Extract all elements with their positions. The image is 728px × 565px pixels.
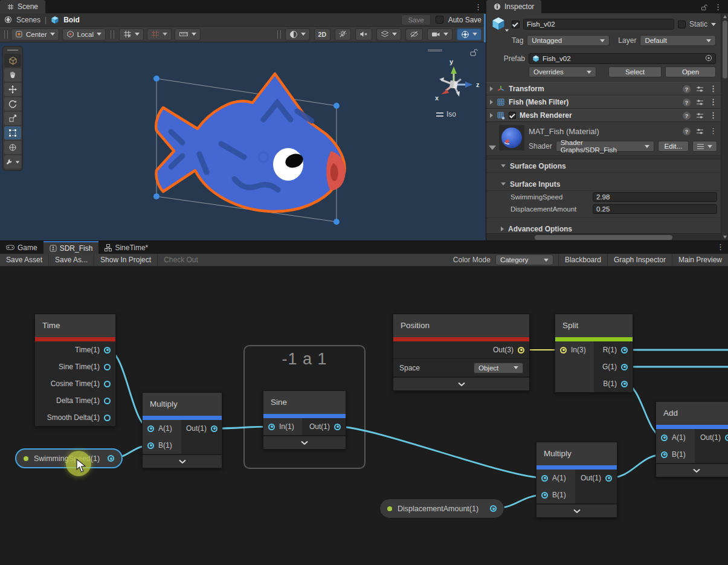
help-icon[interactable]: ?	[683, 112, 691, 120]
move-tool-button[interactable]	[4, 83, 21, 96]
projection-mode[interactable]: Iso	[436, 110, 456, 118]
component-mesh-filter[interactable]: Fish (Mesh Filter) ? ⋮	[486, 95, 721, 109]
port-A(1)[interactable]	[147, 425, 154, 432]
renderer-enabled-checkbox[interactable]	[509, 112, 516, 119]
blackboard-button[interactable]: Blackboard	[558, 254, 607, 266]
axis-y-label[interactable]: y	[449, 58, 453, 65]
port-Out(1)[interactable]	[725, 434, 728, 441]
component-transform[interactable]: Transform ? ⋮	[486, 82, 721, 95]
transform-tool-button[interactable]	[4, 141, 21, 154]
2d-toggle-button[interactable]: 2D	[314, 28, 330, 40]
presets-icon[interactable]	[696, 86, 704, 92]
property-pill-pill_disp[interactable]: DisplacementAmount(1)	[379, 499, 504, 518]
port-R(1)[interactable]	[621, 347, 628, 354]
graph-node-multiply1[interactable]: MultiplyA(1)B(1)Out(1)	[142, 392, 222, 468]
material-menu-icon[interactable]: ⋮	[709, 125, 717, 137]
orientation-gizmo[interactable]: y z x Iso	[419, 47, 482, 120]
port-In(1)[interactable]	[268, 424, 275, 430]
color-mode-dropdown[interactable]: Category	[495, 254, 553, 265]
target-picker-icon[interactable]	[705, 54, 712, 62]
select-button[interactable]: Select	[608, 66, 662, 77]
port-B(1)[interactable]	[541, 492, 548, 499]
inspector-horizontal-scrollbar[interactable]	[486, 233, 721, 241]
scene-visibility-button[interactable]	[405, 28, 423, 40]
node-collapse-chevron[interactable]	[143, 454, 222, 468]
graph-menu-icon[interactable]: ⋮	[713, 241, 728, 254]
material-preview-sphere[interactable]	[499, 125, 524, 150]
port-In(3)[interactable]	[560, 347, 567, 354]
port-B(1)[interactable]	[147, 442, 154, 449]
scene-menu-icon[interactable]: ⋮	[471, 1, 486, 13]
graph-node-multiply2[interactable]: MultiplyA(1)B(1)Out(1)	[536, 442, 617, 518]
node-collapse-chevron[interactable]	[656, 463, 728, 477]
static-dropdown-caret[interactable]	[711, 23, 716, 26]
material-foldout-arrow[interactable]	[489, 146, 496, 150]
overrides-dropdown[interactable]: Overrides	[529, 66, 596, 77]
tools-drag-handle[interactable]	[7, 50, 18, 51]
scale-tool-button[interactable]	[4, 112, 21, 125]
port-G(1)[interactable]	[621, 364, 628, 370]
main-preview-button[interactable]: Main Preview	[672, 254, 728, 266]
tag-dropdown[interactable]: Untagged	[527, 35, 610, 46]
port-Smooth Delta(1)[interactable]	[104, 415, 111, 421]
port-B(1)[interactable]	[661, 451, 668, 458]
material-list-button[interactable]	[692, 141, 717, 152]
component-menu-icon[interactable]: ⋮	[709, 109, 717, 121]
component-menu-icon[interactable]: ⋮	[709, 96, 717, 108]
breadcrumb-current[interactable]: Boid	[63, 16, 80, 24]
tab-game[interactable]: Game	[0, 241, 43, 254]
save-button[interactable]: Save	[401, 15, 430, 25]
scene-lighting-button[interactable]	[335, 28, 351, 40]
axis-x-label[interactable]: x	[435, 94, 439, 102]
toolbar-drag-handle[interactable]	[4, 30, 8, 39]
graph-node-split[interactable]: SplitIn(3)R(1)G(1)B(1)	[555, 314, 633, 393]
show-in-project-button[interactable]: Show In Project	[94, 254, 158, 266]
port-Cosine Time(1)[interactable]	[104, 381, 111, 387]
gizmos-toggle-button[interactable]	[457, 28, 482, 40]
scene-audio-button[interactable]	[355, 28, 372, 40]
graph-node-time[interactable]: TimeTime(1)Sine Time(1)Cosine Time(1)Del…	[34, 314, 116, 427]
component-menu-icon[interactable]: ⋮	[709, 83, 717, 95]
presets-icon[interactable]	[696, 112, 704, 119]
port-A(1)[interactable]	[661, 434, 668, 441]
tab-inspector[interactable]: Inspector	[486, 0, 541, 13]
graph-node-sine[interactable]: SineIn(1)Out(1)	[263, 390, 346, 450]
save-asset-button[interactable]: Save Asset	[0, 254, 49, 266]
tab-scene[interactable]: Scene	[0, 0, 45, 13]
node-collapse-chevron[interactable]	[536, 503, 617, 517]
port-Out(1)[interactable]	[605, 475, 612, 482]
shading-mode-button[interactable]	[285, 28, 310, 40]
check-out-button[interactable]: Check Out	[158, 254, 204, 266]
surface-inputs-foldout[interactable]: Surface Inputs	[486, 178, 721, 191]
auto-save-checkbox[interactable]	[436, 16, 443, 24]
view-tool-button[interactable]	[4, 54, 21, 67]
tab-sinetime[interactable]: SineTime*	[98, 241, 154, 254]
inspector-vertical-scrollbar[interactable]	[721, 13, 728, 241]
gameobject-name-input[interactable]	[527, 21, 671, 28]
orientation-button[interactable]: Local	[62, 28, 106, 40]
increment-snap-button[interactable]	[147, 28, 172, 40]
port-Out(1)[interactable]	[211, 425, 217, 432]
foldout-arrow[interactable]	[490, 113, 493, 118]
grid-snap-button[interactable]	[119, 28, 144, 40]
move-snap-button[interactable]	[175, 28, 201, 40]
port-Sine Time(1)[interactable]	[104, 364, 111, 370]
scene-viewport[interactable]: y z x Iso	[0, 42, 486, 241]
help-icon[interactable]: ?	[683, 98, 691, 106]
graph-inspector-button[interactable]: Graph Inspector	[607, 254, 672, 266]
foldout-arrow[interactable]	[490, 86, 493, 91]
port-B(1)[interactable]	[621, 381, 628, 387]
graph-node-position[interactable]: PositionOut(3)SpaceObject	[393, 314, 530, 391]
scene-effects-button[interactable]	[376, 28, 401, 40]
component-mesh-renderer[interactable]: Mesh Renderer ? ⋮	[486, 109, 721, 122]
help-icon[interactable]: ?	[683, 85, 691, 93]
breadcrumb-root[interactable]: Scenes	[16, 16, 40, 24]
help-icon[interactable]: ?	[683, 128, 691, 135]
space-dropdown[interactable]: Object	[474, 363, 523, 373]
inspector-menu-icon[interactable]: ⋮	[710, 1, 726, 13]
static-checkbox[interactable]	[678, 21, 686, 28]
pivot-mode-button[interactable]: Center	[11, 28, 59, 40]
axis-z-label[interactable]: z	[476, 81, 480, 88]
hand-tool-button[interactable]	[4, 68, 21, 82]
node-collapse-chevron[interactable]	[393, 376, 529, 390]
